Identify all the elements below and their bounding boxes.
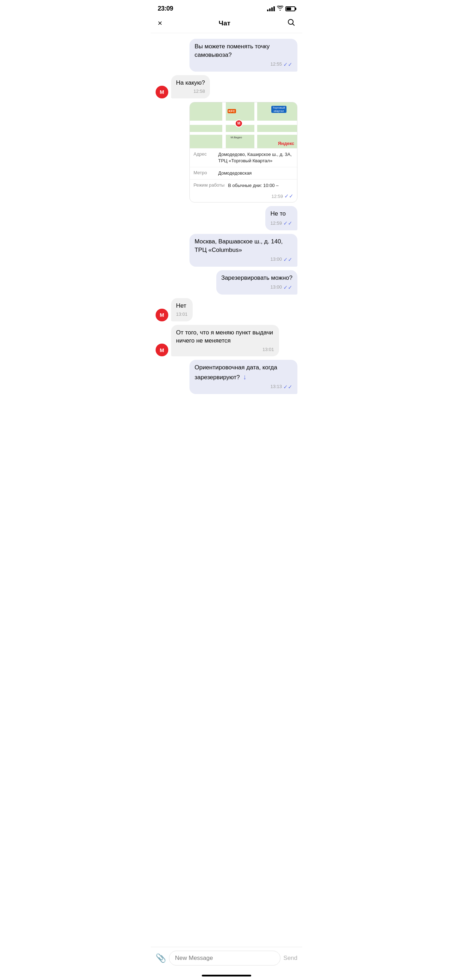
- signal-icon: [267, 6, 275, 11]
- chat-area: Вы можете поменять точку самовывоза? 12:…: [151, 33, 302, 947]
- message-time: 13:00: [270, 256, 282, 262]
- message-text: От того, что я меняю пункт выдачи ничего…: [176, 329, 273, 344]
- status-bar: 23:09: [151, 0, 302, 14]
- map-kfc-label: KFC: [227, 109, 236, 113]
- map-tc-label: Торговыйквартал: [271, 106, 286, 113]
- search-button[interactable]: [287, 18, 295, 29]
- message-text: Зарезервировать можно?: [221, 274, 292, 281]
- message-row: Ориентировочная дата, когда зарезервирую…: [156, 360, 297, 394]
- message-row: Не то 12:59 ✓✓: [156, 206, 297, 231]
- avatar: М: [156, 344, 168, 356]
- message-time: 12:59: [271, 194, 283, 199]
- map-card-footer: 12:59 ✓✓: [190, 192, 297, 202]
- status-icons: [267, 5, 295, 12]
- read-receipt-icon: ✓✓: [283, 60, 292, 68]
- message-bubble: Москва, Варшавское ш., д. 140, ТРЦ «Colu…: [189, 234, 297, 267]
- message-bubble: Ориентировочная дата, когда зарезервирую…: [189, 360, 297, 394]
- work-value: В обычные дни: 10:00 –: [228, 182, 278, 189]
- close-button[interactable]: ×: [158, 19, 162, 27]
- status-time: 23:09: [158, 5, 173, 12]
- message-row: Зарезервировать можно? 13:00 ✓✓: [156, 270, 297, 294]
- message-time: 12:55: [270, 61, 282, 67]
- nav-bar: × Чат: [151, 14, 302, 33]
- message-time: 12:58: [194, 88, 205, 95]
- map-metro-row: Метро Домодедовская: [190, 167, 297, 179]
- map-yandex-label: Яндекс: [278, 141, 294, 146]
- message-text: Москва, Варшавское ш., д. 140, ТРЦ «Colu…: [194, 238, 283, 253]
- read-receipt-icon: ✓✓: [285, 193, 294, 199]
- address-value: Домодедово, Каширское ш., д. 3А, ТРЦ «То…: [218, 151, 294, 164]
- message-row: Вы можете поменять точку самовывоза? 12:…: [156, 39, 297, 72]
- message-row: Москва, Варшавское ш., д. 140, ТРЦ «Colu…: [156, 234, 297, 267]
- work-label: Режим работы: [193, 182, 224, 189]
- message-row: М От того, что я меняю пункт выдачи ниче…: [156, 325, 297, 356]
- address-label: Адрес: [193, 151, 215, 164]
- message-row: М Нет 13:01: [156, 298, 297, 321]
- map-image: KFC Торговыйквартал М М.Видео Яндекс: [190, 102, 297, 148]
- read-receipt-icon: ✓✓: [283, 383, 292, 391]
- message-bubble: От того, что я меняю пункт выдачи ничего…: [171, 325, 279, 356]
- message-time: 13:01: [262, 347, 274, 353]
- message-bubble: Вы можете поменять точку самовывоза? 12:…: [189, 39, 297, 72]
- message-bubble: Зарезервировать можно? 13:00 ✓✓: [216, 270, 297, 294]
- metro-value: Домодедовская: [218, 170, 251, 177]
- message-time: 13:00: [270, 284, 282, 290]
- input-bar: 📎 Send: [151, 947, 302, 973]
- map-card: KFC Торговыйквартал М М.Видео Яндекс Адр…: [189, 102, 297, 203]
- avatar: М: [156, 86, 168, 99]
- wifi-icon: [277, 5, 283, 12]
- read-receipt-icon: ✓✓: [283, 284, 292, 291]
- map-work-row: Режим работы В обычные дни: 10:00 –: [190, 179, 297, 192]
- nav-title: Чат: [219, 19, 230, 27]
- read-receipt-icon: ✓✓: [283, 220, 292, 227]
- svg-line-1: [293, 24, 295, 26]
- message-bubble: Нет 13:01: [171, 298, 192, 321]
- message-time: 12:59: [270, 220, 282, 226]
- scroll-down-icon: ↓: [243, 373, 246, 381]
- message-time: 13:01: [176, 311, 188, 318]
- attach-button[interactable]: 📎: [156, 953, 166, 963]
- message-text: Не то: [270, 210, 286, 217]
- message-text: Ориентировочная дата, когда зарезервирую…: [194, 364, 277, 381]
- map-pin: М: [235, 119, 243, 127]
- map-address-row: Адрес Домодедово, Каширское ш., д. 3А, Т…: [190, 148, 297, 167]
- read-receipt-icon: ✓✓: [283, 256, 292, 263]
- message-bubble: На какую? 12:58: [171, 75, 210, 99]
- avatar: М: [156, 309, 168, 321]
- metro-label: Метро: [193, 170, 215, 177]
- message-text: Нет: [176, 302, 186, 309]
- battery-icon: [285, 6, 295, 11]
- message-text: На какую?: [176, 80, 205, 86]
- home-indicator: [202, 975, 251, 977]
- message-bubble: Не то 12:59 ✓✓: [265, 206, 297, 231]
- send-button[interactable]: Send: [283, 955, 297, 962]
- map-video-label: М.Видео: [231, 136, 242, 139]
- message-row: KFC Торговыйквартал М М.Видео Яндекс Адр…: [156, 102, 297, 203]
- message-input[interactable]: [169, 951, 280, 966]
- message-time: 13:13: [270, 383, 282, 390]
- message-text: Вы можете поменять точку самовывоза?: [194, 43, 270, 58]
- message-row: М На какую? 12:58: [156, 75, 297, 99]
